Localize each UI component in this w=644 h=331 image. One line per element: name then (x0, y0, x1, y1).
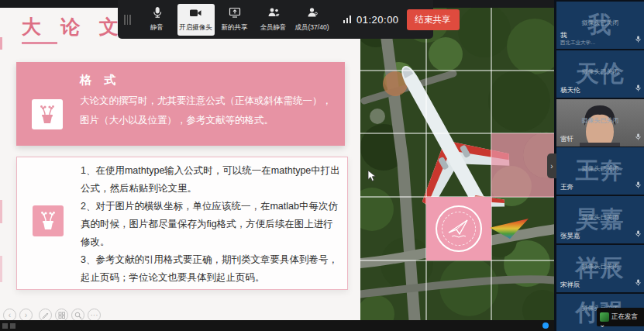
participant-name: 杨天伦 (560, 86, 580, 95)
meeting-window: 大 论 文 撰 写 格 式 (0, 0, 644, 331)
members-icon (306, 6, 319, 21)
new-share-button[interactable]: 新的共享 (216, 4, 253, 35)
participant-name: 宋祥辰 (560, 281, 580, 290)
camera-off-text: 摄像头已关闭 (556, 164, 644, 173)
mute-all-icon (267, 6, 280, 21)
photo-grid-line (425, 8, 427, 320)
participants-sidebar: 我 摄像头已关闭 我 西北工业大学… 天伦 摄像头已关闭 杨天伦 摄像头已关闭 … (554, 0, 644, 331)
mute-label: 静音 (150, 23, 164, 33)
new-share-label: 新的共享 (222, 23, 248, 33)
mic-muted-icon (635, 32, 641, 46)
os-taskbar[interactable] (0, 320, 554, 331)
meeting-timer: 01:20:00 (356, 14, 399, 26)
end-share-button[interactable]: 结束共享 (407, 9, 460, 30)
taskbar-icon[interactable] (10, 323, 15, 329)
share-screen-icon (229, 6, 241, 21)
screen-share-region: 大 论 文 撰 写 格 式 (0, 0, 554, 331)
mute-all-button[interactable]: 全员静音 (255, 4, 292, 35)
flower-pot-icon (32, 99, 63, 129)
camera-off-text: 摄像头已关闭 (556, 116, 644, 125)
flower-pot-icon (33, 205, 64, 236)
sidebar-collapse-handle[interactable]: › (547, 153, 556, 178)
participant-tile[interactable]: 王奔 摄像头已关闭 王奔 (556, 147, 644, 195)
speaking-text: 正在发言 (611, 312, 638, 322)
camera-on-button[interactable]: 开启摄像头 (177, 4, 215, 36)
camera-off-text: 摄像头已关闭 (556, 67, 644, 76)
participant-tile[interactable]: 天伦 摄像头已关闭 杨天伦 (556, 50, 644, 98)
microphone-icon (151, 6, 164, 21)
members-button[interactable]: 成员(37/40) (294, 4, 331, 35)
tip-item: 2、对于图片的横纵坐标，单位应该统一，在matlab中每次仿真的时候，图片都尽量… (81, 198, 341, 251)
signal-strength-icon (343, 16, 352, 23)
slide-edge-mark (0, 200, 2, 223)
format-box-title: 格 式 (80, 73, 120, 88)
participant-org: 西北工业大学… (560, 40, 596, 47)
camera-off-text: 摄像头已关闭 (556, 262, 644, 271)
mute-all-label: 全员静音 (260, 23, 287, 33)
notification-dot (542, 322, 549, 329)
pink-overlay-cell (491, 133, 554, 197)
mouse-cursor (367, 170, 377, 185)
members-label: 成员(37/40) (295, 23, 329, 33)
tip-item: 1、在使用mathtype输入公式时，可以统一在mathtype中打出公式，然后… (81, 162, 341, 198)
tips-box: 1、在使用mathtype输入公式时，可以统一在mathtype中打出公式，然后… (16, 157, 348, 290)
tip-item: 3、参考文献的引用格式要正确，期刊类文章要具体到卷号，起止页码；学位论文也要具体… (81, 251, 341, 287)
chevron-down-icon[interactable]: ⌄ (599, 320, 605, 329)
mute-button[interactable]: 静音 (139, 4, 176, 35)
university-emblem (436, 205, 482, 252)
meeting-toolbar: 静音 开启摄像头 新的共享 全员静音 成员(37/40) (118, 0, 433, 39)
format-callout-box: 格 式 大论文的撰写时，尤其要注意公式（正体或斜体需统一），图片（大小以及位置）… (16, 62, 345, 146)
mic-muted-icon (635, 178, 641, 191)
mic-muted-icon (635, 226, 641, 240)
camera-on-label: 开启摄像头 (179, 23, 212, 33)
toolbar-drag-grip[interactable] (124, 15, 131, 25)
slide-edge-mark (0, 37, 2, 50)
camera-off-text: 摄像头已关闭 (556, 213, 644, 222)
taskbar-icon[interactable] (2, 323, 8, 329)
participant-name: 王奔 (560, 183, 573, 192)
presentation-slide: 大 论 文 撰 写 格 式 (0, 8, 360, 320)
participant-name: 雷轩 (560, 135, 573, 144)
title-underline (22, 42, 57, 44)
participant-tile[interactable]: 昊嘉 摄像头已关闭 张昊嘉 (556, 196, 644, 243)
mic-muted-icon (635, 129, 641, 143)
slide-edge-mark (0, 256, 2, 282)
camera-icon (189, 7, 202, 21)
participant-tile[interactable]: 祥辰 摄像头已关闭 宋祥辰 (556, 245, 644, 292)
camera-off-text: 摄像头已关闭 (556, 19, 644, 27)
mic-muted-icon (635, 275, 641, 289)
format-box-body: 大论文的撰写时，尤其要注意公式（正体或斜体需统一），图片（大小以及位置），参考文… (80, 91, 337, 130)
photo-grid-line (360, 70, 554, 71)
mic-muted-icon (635, 81, 641, 95)
participant-tile[interactable]: 我 摄像头已关闭 我 西北工业大学… (556, 2, 644, 49)
logo-cell (426, 197, 491, 260)
participant-name: 张昊嘉 (560, 232, 580, 241)
participant-tile-video[interactable]: 摄像头已关闭 雷轩 (556, 99, 644, 147)
tips-box-body: 1、在使用mathtype输入公式时，可以统一在mathtype中打出公式，然后… (81, 162, 341, 287)
slide-photo-collage (360, 8, 554, 320)
